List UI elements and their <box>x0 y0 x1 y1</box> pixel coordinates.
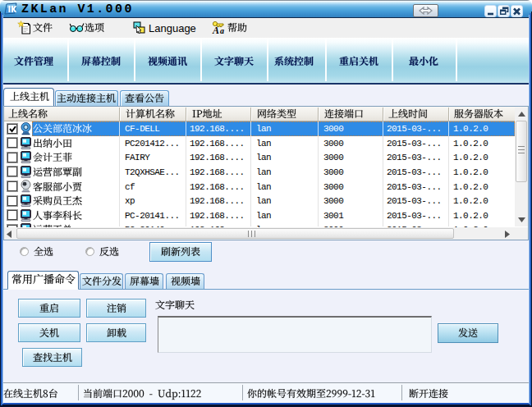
svg-text:A: A <box>212 25 219 35</box>
svg-text:a: a <box>220 26 224 35</box>
